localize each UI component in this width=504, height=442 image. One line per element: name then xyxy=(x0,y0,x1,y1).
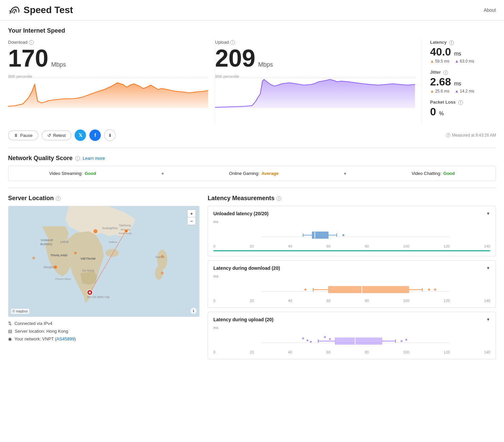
map-zoom-out[interactable]: − xyxy=(187,217,196,225)
svg-point-22 xyxy=(54,265,57,269)
packet-loss-info-icon[interactable]: i xyxy=(458,100,463,105)
download-latency-title: Latency during download (20) xyxy=(213,265,280,271)
nqs-info-icon[interactable]: i xyxy=(75,156,80,161)
nqs-online-gaming-label: Online Gaming: xyxy=(229,171,259,176)
nqs-dot-2 xyxy=(344,173,346,175)
svg-point-59 xyxy=(324,336,326,338)
download-info-icon[interactable]: i xyxy=(29,40,34,45)
svg-text:Da Nang: Da Nang xyxy=(82,269,94,272)
nqs-bar: Video Streaming: Good Online Gaming: Ave… xyxy=(8,166,496,181)
twitter-button[interactable]: 𝕏 xyxy=(75,130,86,141)
svg-point-24 xyxy=(74,252,77,254)
divider-2 xyxy=(8,188,496,188)
download-latency-header: Latency during download (20) ▼ xyxy=(213,265,490,271)
header: Speed Test About xyxy=(0,0,504,21)
mapbox-attribution: © mapbox xyxy=(11,309,29,314)
nqs-video-chatting: Video Chatting: Good xyxy=(412,171,455,176)
server-icon: ▤ xyxy=(8,329,12,334)
as-link[interactable]: AS45899 xyxy=(56,336,75,341)
latency-measurements-section: Latency Measurements i Unloaded latency … xyxy=(208,195,496,363)
nqs-video-streaming-label: Video Streaming: xyxy=(49,171,83,176)
download-chart: 90th percentile xyxy=(8,74,208,111)
upload-value: 209 Mbps xyxy=(215,46,415,70)
upload-latency-title: Latency during upload (20) xyxy=(213,317,274,322)
svg-point-47 xyxy=(434,289,436,291)
svg-point-27 xyxy=(161,272,164,274)
svg-point-58 xyxy=(310,341,312,343)
map-container: YANMAR BURMA) THAILAND LAOS VIETNAM Bang… xyxy=(8,206,200,317)
download-col: Download i 170 Mbps 90th percentile xyxy=(8,40,215,124)
jitter-sub: ▲ 25.6 ms ▲ 14.2 ms xyxy=(430,89,496,94)
pause-button[interactable]: ⏸ Pause xyxy=(8,131,38,140)
map-zoom-controls: + − xyxy=(187,210,196,225)
svg-text:LAOS: LAOS xyxy=(60,240,69,244)
jitter-info-icon[interactable]: i xyxy=(443,70,448,75)
svg-text:VIETNAM: VIETNAM xyxy=(80,257,95,260)
latency-measurements-info-icon[interactable]: i xyxy=(277,196,281,201)
upload-latency-header: Latency during upload (20) ▼ xyxy=(213,317,490,322)
speed-test-icon xyxy=(8,4,20,16)
facebook-button[interactable]: f xyxy=(89,130,101,141)
measured-at: 🕐 Measured at 9:43:26 AM xyxy=(446,133,496,138)
packet-loss-value: 0 % xyxy=(430,106,496,118)
upload-chart: 90th percentile xyxy=(215,74,415,111)
unloaded-latency-axis: 020406080100120140 xyxy=(213,244,490,248)
nqs-section: Network Quality Score i Learn more Video… xyxy=(8,155,496,181)
svg-point-56 xyxy=(302,337,304,339)
about-link[interactable]: About xyxy=(484,7,496,13)
server-location-section: Server Location i xyxy=(8,195,200,363)
map-zoom-in[interactable]: + xyxy=(187,210,196,217)
nqs-video-chatting-label: Video Chatting: xyxy=(412,171,442,176)
retest-button[interactable]: ↺ Retest xyxy=(42,131,72,140)
upload-dropdown-icon[interactable]: ▼ xyxy=(486,317,490,322)
latency-info-icon[interactable]: i xyxy=(449,40,454,45)
svg-text:Haikou: Haikou xyxy=(109,241,117,244)
nqs-video-streaming-value: Good xyxy=(85,171,96,176)
svg-text:YANMAR: YANMAR xyxy=(40,238,53,242)
clock-icon: 🕐 xyxy=(446,133,451,138)
latency-stat: Latency i 40.0 ms ▲ 59.5 ms ▲ 63.0 ms xyxy=(430,40,496,64)
svg-rect-50 xyxy=(335,338,382,344)
nqs-title: Network Quality Score xyxy=(8,155,73,162)
retest-icon: ↺ xyxy=(47,133,51,138)
upload-latency-card: Latency during upload (20) ▼ ms xyxy=(208,312,496,359)
packet-loss-stat: Packet Loss i 0 % xyxy=(430,100,496,118)
download-latency-axis: 020406080100120140 xyxy=(213,299,490,303)
svg-point-48 xyxy=(304,289,306,291)
server-location-info-icon[interactable]: i xyxy=(56,196,60,201)
server-info: ⇅ Connected via IPv4 ▤ Server location: … xyxy=(8,321,200,341)
latency-green-line xyxy=(213,250,490,251)
map-info-button[interactable]: ℹ xyxy=(191,308,197,314)
pause-icon: ⏸ xyxy=(14,133,18,138)
svg-text:Phnom Renh: Phnom Renh xyxy=(55,278,71,281)
download-value: 170 Mbps xyxy=(8,46,208,70)
nqs-video-chatting-value: Good xyxy=(444,171,455,176)
upload-col: Upload i 209 Mbps 90th percentile xyxy=(215,40,422,124)
svg-point-26 xyxy=(161,255,164,258)
unloaded-latency-header: Unloaded latency (20/20) ▼ xyxy=(213,211,490,216)
server-location-info: ▤ Server location: Hong Kong xyxy=(8,329,200,334)
svg-point-46 xyxy=(428,289,430,291)
server-location-title: Server Location i xyxy=(8,195,200,202)
svg-text:Ho Chi Minh City: Ho Chi Minh City xyxy=(87,295,110,299)
unloaded-dropdown-icon[interactable]: ▼ xyxy=(486,211,490,216)
download-button[interactable]: ⬇ xyxy=(104,130,116,141)
nqs-online-gaming-value: Average xyxy=(261,171,279,176)
download-latency-card: Latency during download (20) ▼ ms xyxy=(208,260,496,308)
page-title: Speed Test xyxy=(24,5,73,15)
map-svg: YANMAR BURMA) THAILAND LAOS VIETNAM Bang… xyxy=(8,206,199,317)
divider-1 xyxy=(8,148,496,148)
latency-value: 40.0 ms xyxy=(430,46,496,58)
download-dropdown-icon[interactable]: ▼ xyxy=(486,266,490,270)
network-icon: ◉ xyxy=(8,336,12,341)
upload-info-icon[interactable]: i xyxy=(230,40,235,45)
speed-section-title: Your Internet Speed xyxy=(8,27,496,34)
learn-more-link[interactable]: Learn more xyxy=(83,156,105,161)
actions-row: ⏸ Pause ↺ Retest 𝕏 f ⬇ 🕐 Measured at 9:4… xyxy=(8,130,496,141)
svg-point-3 xyxy=(106,249,119,257)
upload-latency-axis: 020406080100120140 xyxy=(213,350,490,354)
nqs-header: Network Quality Score i Learn more xyxy=(8,155,496,162)
connected-icon: ⇅ xyxy=(8,321,12,326)
svg-point-25 xyxy=(32,257,35,259)
svg-point-62 xyxy=(405,339,407,341)
